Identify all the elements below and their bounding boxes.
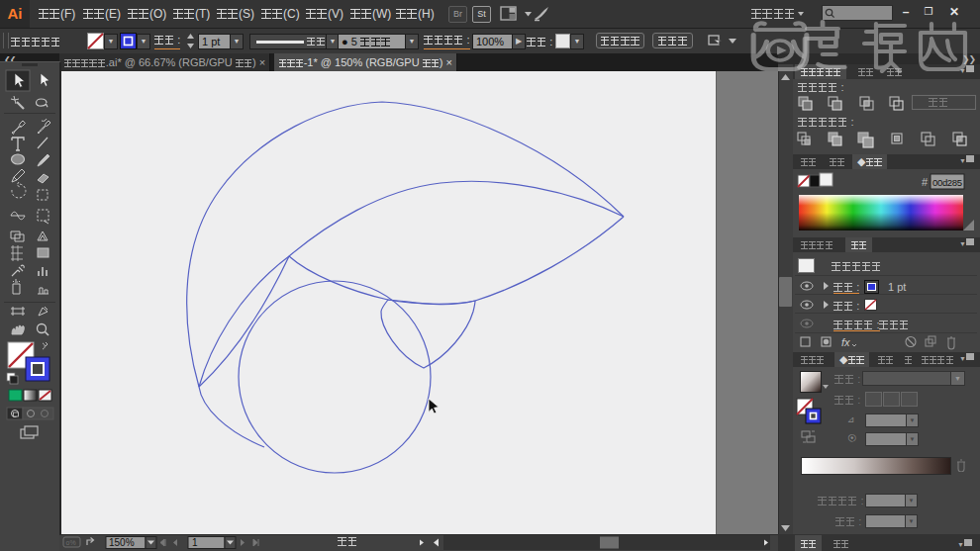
svg-text:1: 1 [192,537,198,548]
svg-text:150%: 150% [109,537,135,548]
svg-text:#: # [922,176,929,188]
svg-text:00d285: 00d285 [932,177,962,188]
svg-text:fx: fx [841,336,850,348]
svg-text:o%: o% [66,539,76,546]
